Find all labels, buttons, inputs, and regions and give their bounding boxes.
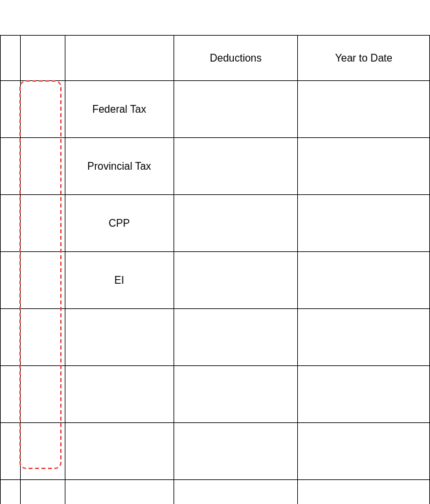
- row-1-col2: [21, 138, 65, 195]
- table-container: Deductions Year to Date Federal TaxProvi…: [0, 35, 430, 469]
- row-7-col1: [1, 480, 21, 505]
- row-5-col3: [65, 366, 174, 423]
- header-col1: [1, 36, 21, 81]
- row-4-col5: [298, 309, 430, 366]
- table-row: [1, 480, 430, 505]
- row-1-col5: [298, 138, 430, 195]
- row-1-col1: [1, 138, 21, 195]
- row-6-col3: [65, 423, 174, 480]
- table-row: Federal Tax: [1, 81, 430, 138]
- row-0-col4: [174, 81, 298, 138]
- row-6-col1: [1, 423, 21, 480]
- row-5-col2: [21, 366, 65, 423]
- header-deductions: Deductions: [174, 36, 298, 81]
- row-4-col3: [65, 309, 174, 366]
- table-row: [1, 309, 430, 366]
- row-3-col4: [174, 252, 298, 309]
- row-0-col1: [1, 81, 21, 138]
- page-wrapper: Deductions Year to Date Federal TaxProvi…: [0, 0, 430, 504]
- row-3-col2: [21, 252, 65, 309]
- row-5-col5: [298, 366, 430, 423]
- row-5-col4: [174, 366, 298, 423]
- row-1-col4: [174, 138, 298, 195]
- row-4-col4: [174, 309, 298, 366]
- table-row: Provincial Tax: [1, 138, 430, 195]
- row-3-col5: [298, 252, 430, 309]
- row-3-col3: EI: [65, 252, 174, 309]
- row-5-col1: [1, 366, 21, 423]
- row-0-col3: Federal Tax: [65, 81, 174, 138]
- header-year-to-date: Year to Date: [298, 36, 430, 81]
- row-2-col3: CPP: [65, 195, 174, 252]
- table-row: CPP: [1, 195, 430, 252]
- row-3-col1: [1, 252, 21, 309]
- payroll-table: Deductions Year to Date Federal TaxProvi…: [0, 35, 430, 504]
- row-2-col5: [298, 195, 430, 252]
- row-6-col4: [174, 423, 298, 480]
- row-6-col2: [21, 423, 65, 480]
- table-row: EI: [1, 252, 430, 309]
- row-7-col2: [21, 480, 65, 505]
- row-0-col2: [21, 81, 65, 138]
- header-col2: [21, 36, 65, 81]
- row-0-col5: [298, 81, 430, 138]
- row-1-col3: Provincial Tax: [65, 138, 174, 195]
- row-4-col2: [21, 309, 65, 366]
- header-col3: [65, 36, 174, 81]
- table-row: [1, 366, 430, 423]
- row-2-col1: [1, 195, 21, 252]
- row-4-col1: [1, 309, 21, 366]
- row-2-col4: [174, 195, 298, 252]
- row-6-col5: [298, 423, 430, 480]
- row-7-col5: [298, 480, 430, 505]
- row-7-col4: [174, 480, 298, 505]
- table-row: [1, 423, 430, 480]
- table-header-row: Deductions Year to Date: [1, 36, 430, 81]
- row-7-col3: [65, 480, 174, 505]
- row-2-col2: [21, 195, 65, 252]
